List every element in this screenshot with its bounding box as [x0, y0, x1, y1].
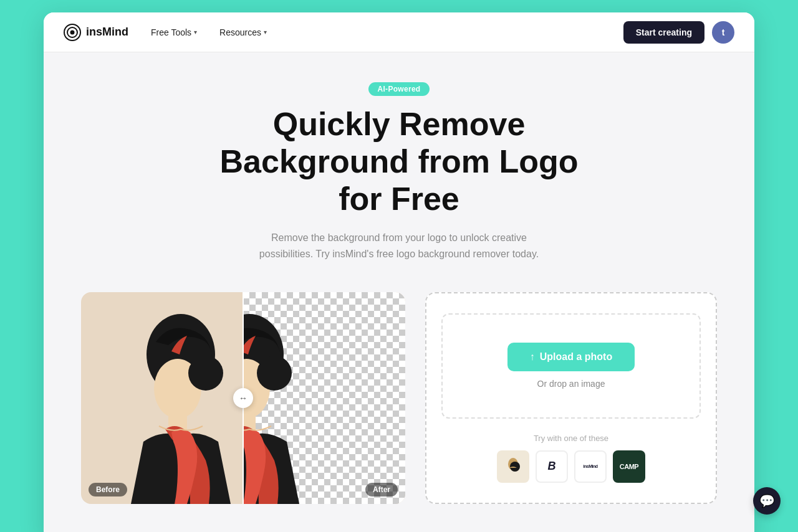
bottom-row: ↔ Before After ↑ Upload a photo Or drop … [81, 292, 717, 504]
svg-point-12 [510, 462, 520, 472]
sample-thumbs: B insMind CAMP [441, 450, 701, 483]
logo-icon [64, 24, 81, 41]
logo[interactable]: insMind [64, 24, 128, 41]
upload-photo-button[interactable]: ↑ Upload a photo [507, 343, 635, 371]
upload-card: ↑ Upload a photo Or drop an image Try wi… [425, 292, 717, 504]
hero-section: AI-Powered Quickly Remove Background fro… [81, 82, 717, 262]
svg-point-2 [70, 30, 75, 34]
start-creating-button[interactable]: Start creating [623, 21, 704, 44]
sample-thumb-2[interactable]: B [536, 450, 568, 483]
hero-subtitle: Remove the background from your logo to … [249, 230, 549, 262]
nav-resources[interactable]: Resources ▾ [219, 27, 267, 37]
navbar: insMind Free Tools ▾ Resources ▾ Start c… [44, 12, 754, 52]
sample-portrait-icon [502, 455, 524, 478]
sample-label: Try with one of these [441, 434, 701, 443]
before-label: Before [89, 483, 127, 496]
sample-thumb-3[interactable]: insMind [574, 450, 607, 483]
drop-text: Or drop an image [537, 379, 605, 389]
main-content: AI-Powered Quickly Remove Background fro… [44, 52, 754, 532]
nav-free-tools[interactable]: Free Tools ▾ [151, 27, 197, 37]
chat-icon: 💬 [759, 493, 775, 508]
avatar[interactable]: t [712, 21, 734, 44]
after-label: After [365, 483, 398, 496]
upload-drop-zone[interactable]: ↑ Upload a photo Or drop an image [441, 313, 701, 419]
compare-handle[interactable]: ↔ [233, 388, 253, 408]
svg-point-10 [257, 356, 292, 391]
sample-thumb-1[interactable] [497, 450, 529, 483]
chevron-down-icon: ▾ [264, 29, 267, 36]
logo-text: insMind [86, 26, 128, 39]
chevron-down-icon: ▾ [194, 29, 197, 36]
svg-point-6 [188, 356, 223, 391]
upload-icon: ↑ [530, 351, 535, 363]
ai-badge: AI-Powered [368, 82, 429, 96]
sample-thumb-4[interactable]: CAMP [613, 450, 645, 483]
woman-illustration-after [243, 292, 405, 504]
chat-button[interactable]: 💬 [753, 487, 781, 515]
app-window: insMind Free Tools ▾ Resources ▾ Start c… [44, 12, 754, 532]
navbar-right: Start creating t [623, 21, 734, 44]
navbar-left: insMind Free Tools ▾ Resources ▾ [64, 24, 267, 41]
sample-section: Try with one of these B insMind CAMP [441, 434, 701, 483]
compare-widget: ↔ Before After [81, 292, 405, 504]
after-panel [243, 292, 405, 504]
hero-title: Quickly Remove Background from Logo for … [81, 106, 717, 217]
